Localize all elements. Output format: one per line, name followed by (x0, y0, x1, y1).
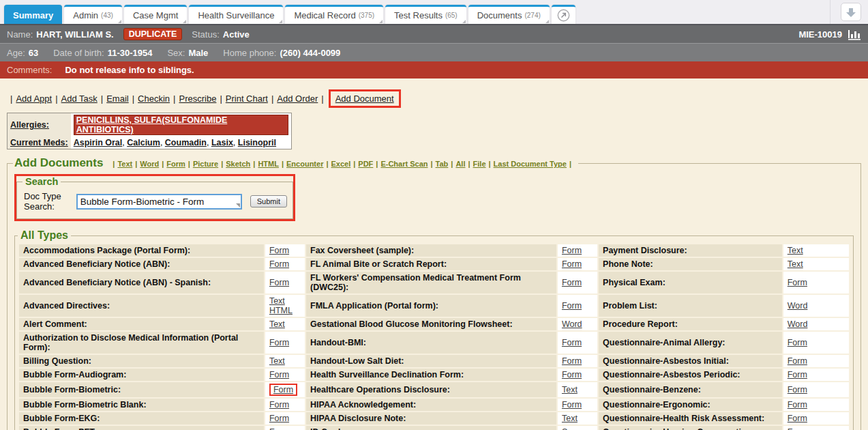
doc-format-link-procedure-report-word[interactable]: Word (788, 319, 808, 329)
format-link-last-document-type[interactable]: Last Document Type (494, 160, 567, 168)
doc-type-search-input[interactable] (76, 194, 242, 210)
format-link-word[interactable]: Word (140, 160, 159, 168)
format-link-encounter[interactable]: Encounter (286, 160, 323, 168)
doc-format-link-problem-list-word[interactable]: Word (788, 301, 808, 311)
tab-count: (65) (445, 12, 458, 19)
doc-format-link-bubble-form-biometric-form[interactable]: Form (273, 385, 293, 395)
format-link-form[interactable]: Form (166, 160, 185, 168)
doc-format-link-billing-question-text[interactable]: Text (269, 356, 285, 366)
format-link-file[interactable]: File (473, 160, 486, 168)
med-link-lasix[interactable]: Lasix (211, 138, 233, 147)
doc-format-link-questionnaire-asbestos-initial-form[interactable]: Form (788, 356, 807, 366)
doc-format-link-phone-note-text[interactable]: Text (788, 259, 803, 269)
action-link-prescribe[interactable]: Prescribe (179, 94, 216, 104)
doc-type-name: Handout-Low Salt Diet: (306, 355, 556, 367)
tab-test-results[interactable]: Test Results(65) (385, 5, 466, 24)
action-link-add-task[interactable]: Add Task (61, 94, 98, 104)
action-link-email[interactable]: Email (106, 94, 129, 104)
doc-format-link-questionnaire-asbestos-periodic-form[interactable]: Form (788, 370, 807, 379)
doc-format-link-id-card-scan[interactable]: Scan (562, 427, 582, 430)
doc-format-link-health-surveillance-declination-form-form[interactable]: Form (562, 370, 582, 379)
tab-summary[interactable]: Summary (4, 5, 62, 24)
action-link-add-order[interactable]: Add Order (277, 94, 318, 104)
doc-format-link-authorization-to-disclose-medical-information-portal-form-form[interactable]: Form (269, 338, 289, 347)
med-link-coumadin[interactable]: Coumadin (165, 138, 207, 147)
doc-type-link-cell: Form (265, 258, 305, 270)
allergies-label-cell: Allergies: (8, 113, 71, 137)
doc-format-link-fl-animal-bite-or-scratch-report-form[interactable]: Form (562, 259, 582, 269)
action-link-add-document[interactable]: Add Document (335, 94, 394, 104)
current-meds-link[interactable]: Current Meds: (10, 138, 68, 147)
doc-format-link-fax-coversheet-sample-form[interactable]: Form (562, 246, 582, 255)
chart-stats-icon[interactable] (848, 29, 861, 40)
allergy-alert-link[interactable]: PENICILLINS, SULFA(SULFONAMIDE ANTIBIOTI… (74, 115, 288, 135)
doc-format-link-handout-bmi-form[interactable]: Form (562, 338, 582, 347)
tab-case-mgmt[interactable]: Case Mgmt (124, 5, 187, 24)
separator: | (569, 160, 571, 168)
doc-format-link-handout-low-salt-diet-form[interactable]: Form (562, 356, 582, 366)
format-link-e-chart-scan[interactable]: E-Chart Scan (380, 160, 428, 168)
doc-format-link-payment-disclosure-text[interactable]: Text (788, 246, 803, 255)
doc-type-link-cell: Form (783, 355, 849, 367)
action-link-checkin[interactable]: Checkin (138, 94, 170, 104)
action-link-add-appt[interactable]: Add Appt (16, 94, 52, 104)
doc-format-link-hipaa-acknowledgement-form[interactable]: Form (562, 400, 582, 410)
tab-medical-record[interactable]: Medical Record(375) (285, 5, 383, 24)
format-link-excel[interactable]: Excel (331, 160, 351, 168)
dob-label: Date of birth: (53, 48, 104, 58)
doc-format-link-advanced-directives-text[interactable]: Text (269, 296, 285, 306)
allergies-link[interactable]: Allergies: (10, 120, 49, 130)
table-row: Accommodations Package (Portal Form):For… (19, 244, 849, 257)
doc-format-link-questionnaire-health-risk-assessment-form[interactable]: Form (788, 414, 807, 423)
doc-format-link-fmla-application-portal-form-form[interactable]: Form (562, 301, 582, 311)
med-link-calcium[interactable]: Calcium (127, 138, 160, 147)
doc-format-link-accommodations-package-portal-form-form[interactable]: Form (269, 246, 289, 255)
doc-format-link-advanced-directives-html[interactable]: HTML (269, 306, 293, 315)
doc-type-link-cell: Form (558, 258, 597, 270)
action-link-print-chart[interactable]: Print Chart (226, 94, 268, 104)
doc-type-link-cell: Text (265, 318, 305, 330)
separator: | (253, 160, 255, 168)
med-link-aspirin-oral[interactable]: Aspirin Oral (74, 138, 123, 147)
doc-format-link-questionnaire-animal-allergy-form[interactable]: Form (788, 338, 807, 347)
submit-button[interactable]: Submit (250, 195, 287, 207)
format-link-picture[interactable]: Picture (193, 160, 218, 168)
doc-format-link-alert-comment-text[interactable]: Text (269, 319, 285, 329)
doc-format-link-advanced-beneficiary-notice-abn-form[interactable]: Form (269, 259, 289, 269)
tab-health-surveillance[interactable]: Health Surveillance (189, 5, 283, 24)
doc-type-link-cell: Word (558, 318, 597, 330)
format-link-sketch[interactable]: Sketch (226, 160, 250, 168)
doc-format-link-questionnaire-benzene-form[interactable]: Form (788, 385, 807, 395)
table-row: Advanced Beneficiary Notice (ABN) - Span… (19, 272, 849, 293)
doc-type-name: ID Card: (306, 426, 556, 430)
tab-admin[interactable]: Admin(43) (64, 5, 122, 24)
duplicate-badge[interactable]: DUPLICATE (123, 28, 183, 40)
doc-format-link-bubble-form-ekg-form[interactable]: Form (269, 414, 289, 423)
doc-format-link-bubble-form-pft-form[interactable]: Form (269, 427, 289, 430)
med-link-lisinopril[interactable]: Lisinopril (238, 138, 276, 147)
tab-documents[interactable]: Documents(274) (468, 5, 550, 24)
format-link-text[interactable]: Text (117, 160, 132, 168)
doc-format-link-bubble-form-audiogram-form[interactable]: Form (269, 370, 289, 379)
format-link-pdf[interactable]: PDF (358, 160, 373, 168)
collapse-header-button[interactable] (841, 3, 861, 21)
open-new-window-button[interactable] (552, 5, 575, 24)
table-row: Bubble Form-PFT:FormID Card:ScanQuestion… (19, 426, 849, 430)
format-link-all[interactable]: All (455, 160, 465, 168)
doc-format-link-advanced-beneficiary-notice-abn-spanish-form[interactable]: Form (269, 278, 289, 287)
doc-format-link-questionnaire-hearing-conservation-form[interactable]: Form (788, 427, 807, 430)
format-link-tab[interactable]: Tab (436, 160, 449, 168)
doc-type-name: Bubble Form-EKG: (19, 412, 264, 425)
doc-format-link-fl-workers-compensation-medical-treatment-form-dwc25-form[interactable]: Form (562, 278, 582, 287)
doc-format-link-healthcare-operations-disclosure-text[interactable]: Text (562, 385, 578, 395)
doc-format-link-bubble-form-biometric-blank-form[interactable]: Form (269, 400, 289, 410)
doc-format-link-questionnaire-ergonomic-form[interactable]: Form (788, 400, 807, 410)
doc-format-link-hipaa-disclosure-note-text[interactable]: Text (562, 414, 578, 423)
separator: | (10, 94, 12, 104)
format-link-html[interactable]: HTML (258, 160, 279, 168)
tab-count: (43) (101, 12, 113, 19)
doc-format-link-physical-exam-form[interactable]: Form (788, 278, 807, 287)
doc-format-link-gestational-blood-glucose-monitoring-flowsheet-word[interactable]: Word (562, 319, 582, 329)
doc-type-link-cell: Form (783, 369, 849, 381)
patient-dob: 11-30-1954 (108, 48, 153, 58)
